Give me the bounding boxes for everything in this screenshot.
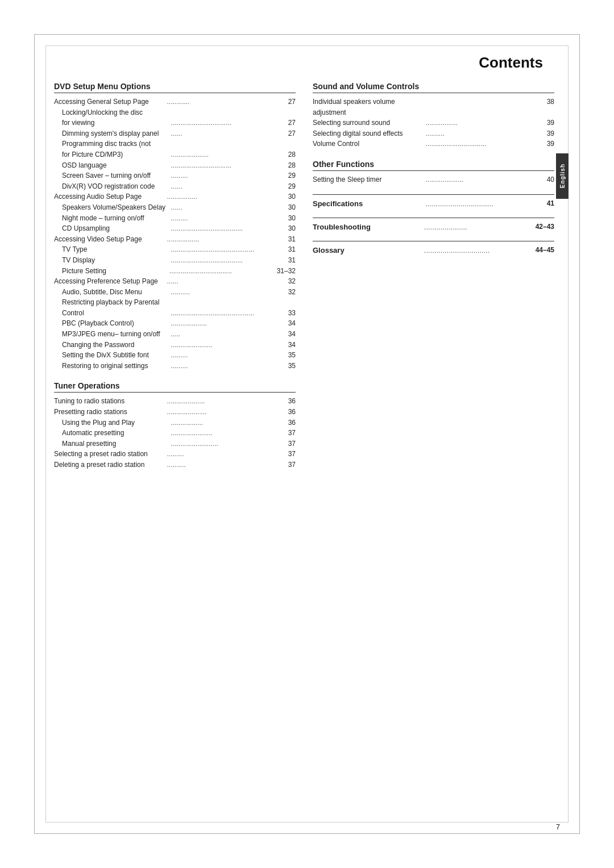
toc-entry: Tuning to radio stations ...............… xyxy=(54,396,296,407)
toc-entry: Setting the DivX Subtitle font .........… xyxy=(54,350,296,361)
toc-entry: for Picture CD/MP3) ....................… xyxy=(54,149,296,160)
inner-border-top xyxy=(45,45,569,46)
toc-entry: Changing the Password ..................… xyxy=(54,340,296,350)
toc-entry: Control ................................… xyxy=(54,308,296,319)
main-content: Contents DVD Setup Menu Options Accessin… xyxy=(54,54,554,814)
section-dvd-setup-heading: DVD Setup Menu Options xyxy=(54,82,296,93)
toc-columns: DVD Setup Menu Options Accessing General… xyxy=(54,82,554,470)
toc-entry: MP3/JPEG menu– turning on/off ..... 34 xyxy=(54,329,296,340)
toc-entry: Presetting radio stations ..............… xyxy=(54,407,296,418)
toc-entry: Accessing Preference Setup Page ...... 3… xyxy=(54,276,296,287)
toc-entry-picture-setting: Picture Setting ........................… xyxy=(54,266,296,277)
toc-entry-specifications: Specifications .........................… xyxy=(313,194,554,210)
toc-entry: Using the Plug and Play ................… xyxy=(54,418,296,428)
page-title: Contents xyxy=(54,54,543,72)
toc-entry: CD Upsampling ..........................… xyxy=(54,223,296,234)
left-column: DVD Setup Menu Options Accessing General… xyxy=(54,82,296,470)
page-border-left xyxy=(34,34,35,834)
language-tab: English xyxy=(556,153,569,199)
language-tab-label: English xyxy=(559,164,566,188)
toc-entry: Accessing Video Setup Page .............… xyxy=(54,234,296,245)
toc-entry: Deleting a preset radio station ........… xyxy=(54,460,296,470)
toc-entry: for viewing ............................… xyxy=(54,118,296,128)
right-column: Sound and Volume Controls Individual spe… xyxy=(313,82,554,470)
page-number: 7 xyxy=(556,823,560,831)
toc-entry: Programming disc tracks (not xyxy=(54,139,296,149)
inner-border-bottom xyxy=(45,822,569,823)
toc-entry-troubleshooting: Troubleshooting ..................... 42… xyxy=(313,218,554,233)
toc-entry: Dimming system's display panel ...... 27 xyxy=(54,128,296,139)
page-border-bottom xyxy=(34,833,580,834)
toc-entry-glossary: Glossary ...............................… xyxy=(313,241,554,256)
toc-entry: Restoring to original settings .........… xyxy=(54,361,296,372)
toc-entry: Selecting digital sound effects ........… xyxy=(313,128,554,139)
section-other-heading: Other Functions xyxy=(313,160,554,171)
toc-entry: Volume Control .........................… xyxy=(313,139,554,149)
toc-entry: Selecting a preset radio station .......… xyxy=(54,449,296,460)
section-tuner-heading: Tuner Operations xyxy=(54,381,296,393)
toc-entry: Setting the Sleep timer ................… xyxy=(313,174,554,185)
inner-border-left xyxy=(45,45,46,823)
toc-entry: Selecting surround sound ...............… xyxy=(313,118,554,128)
toc-entry: TV Type ................................… xyxy=(54,244,296,255)
toc-entry: Audio, Subtitle, Disc Menu .......... 32 xyxy=(54,287,296,298)
page-border-top xyxy=(34,34,580,35)
toc-entry: DivX(R) VOD registration code ...... 29 xyxy=(54,181,296,192)
toc-entry: Individual speakers volume adjustment 38 xyxy=(313,97,554,118)
toc-entry: Locking/Unlocking the disc xyxy=(54,107,296,118)
section-sound-heading: Sound and Volume Controls xyxy=(313,82,554,93)
toc-entry: Speakers Volume/Speakers Delay ...... 30 xyxy=(54,202,296,213)
toc-entry: Screen Saver – turning on/off ......... … xyxy=(54,170,296,181)
toc-entry: PBC (Playback Control) .................… xyxy=(54,318,296,329)
toc-entry: TV Display .............................… xyxy=(54,255,296,266)
toc-entry: Restricting playback by Parental xyxy=(54,297,296,308)
page-border-right xyxy=(579,34,580,834)
toc-entry: Accessing General Setup Page ...........… xyxy=(54,97,296,107)
toc-entry: Manual presetting ......................… xyxy=(54,439,296,449)
toc-entry: OSD language ...........................… xyxy=(54,160,296,171)
toc-entry: Automatic presetting ...................… xyxy=(54,428,296,439)
toc-entry: Night mode – turning on/off ......... 30 xyxy=(54,213,296,224)
toc-entry: Accessing Audio Setup Page .............… xyxy=(54,191,296,202)
